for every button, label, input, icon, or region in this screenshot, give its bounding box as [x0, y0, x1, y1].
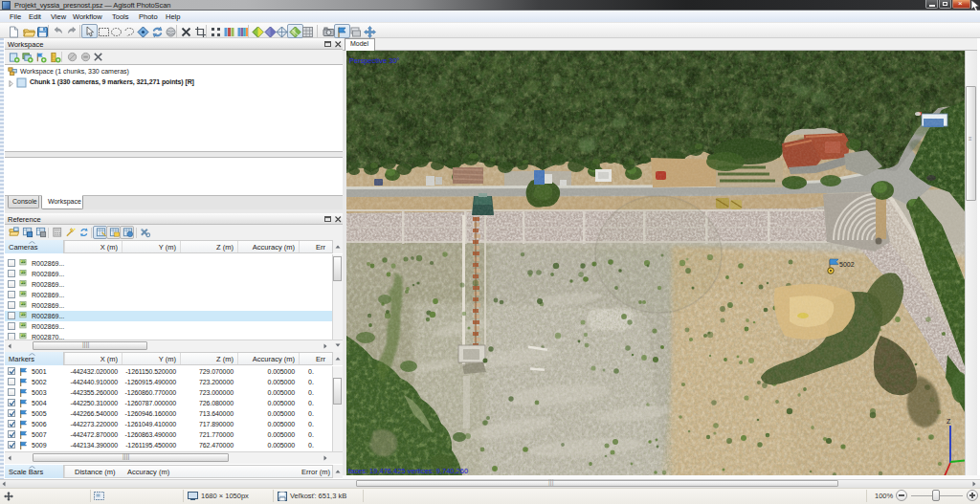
svg-text:5002: 5002 [839, 261, 855, 268]
svg-text:faces: 19,476,425 vertices: 9,: faces: 19,476,425 vertices: 9,740,260 [348, 467, 468, 475]
svg-text:Perspective 30°: Perspective 30° [349, 56, 400, 65]
svg-text:Z: Z [947, 418, 951, 425]
